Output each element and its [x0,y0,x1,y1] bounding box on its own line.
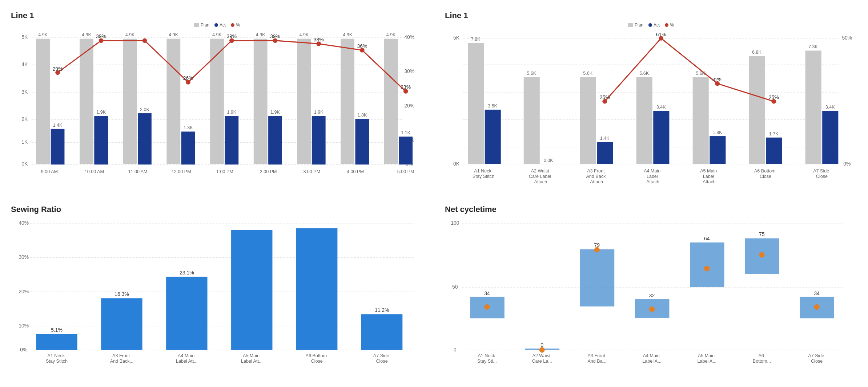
svg-text:20%: 20% [19,289,29,294]
plan-bar-r2 [580,77,596,164]
svg-text:100: 100 [451,220,459,226]
svg-text:A3 Front
        And Back...: A3 Front And Back... [110,353,133,364]
legend-act-label: Act [220,23,226,28]
svg-text:1K: 1K [21,139,28,145]
act-bar-0 [51,129,65,164]
svg-text:0: 0 [541,342,543,348]
sewing-bar-3 [231,230,272,350]
svg-text:A6 Bottom
        Close: A6 Bottom Close [306,353,328,364]
cycletime-dot-5 [759,252,764,258]
bottom-left-chart: Sewing Ratio 40% 30% 20% 10% 0% 5.1% [7,201,427,386]
plan-bar-2 [123,39,137,164]
act-bar-4 [225,116,238,165]
top-left-svg: 5K 4K 3K 2K 1K 0K 40% 30% 20% 10% 0% [11,30,423,177]
legend-pct-label-r: % [670,23,674,28]
top-right-title: Line 1 [445,11,857,20]
cycletime-dot-4 [704,266,710,271]
pct-color-r [665,23,668,27]
svg-text:A3 Front
        And Back
    : A3 Front And Back Attach [586,168,607,184]
svg-text:1.1K: 1.1K [401,130,410,135]
top-right-chart: Line 1 Plan Act % 5K 0K 50% 0% [441,7,861,190]
svg-text:7.8K: 7.8K [471,37,480,42]
svg-text:1.8K: 1.8K [357,113,367,118]
plan-bar-5 [254,39,268,164]
net-cycletime-svg: 100 50 0 34 0 79 [445,216,857,381]
plan-bar-7 [341,39,354,164]
svg-text:5.6K: 5.6K [583,71,592,76]
svg-text:1.7K: 1.7K [769,131,779,137]
legend-act-r: Act [648,23,660,28]
act-bar-3 [181,131,195,164]
sewing-bar-4 [296,228,337,350]
svg-text:6.8K: 6.8K [752,50,761,55]
act-bar-1 [94,116,108,165]
pct-color [231,23,234,27]
plan-bar-r3 [636,77,652,164]
svg-text:16.3%: 16.3% [114,292,129,297]
plan-color [194,23,199,27]
act-bar-r6 [822,111,838,164]
cycletime-box-4 [690,243,724,287]
svg-text:0K: 0K [453,161,460,167]
svg-text:4K: 4K [21,61,28,67]
svg-text:0.0K: 0.0K [544,158,553,163]
bottom-left-title: Sewing Ratio [11,205,423,214]
svg-text:5K: 5K [453,35,460,41]
plan-bar-4 [210,39,224,164]
plan-bar-6 [297,39,311,164]
top-left-title: Line 1 [11,11,423,20]
svg-text:23%: 23% [401,84,411,90]
act-color [214,23,218,27]
top-left-legend: Plan Act % [11,23,423,28]
svg-text:25%: 25% [600,94,610,100]
svg-text:50%: 50% [842,35,852,41]
cycletime-dot-6 [814,304,820,310]
svg-text:0%: 0% [843,161,851,167]
legend-act-label-r: Act [654,23,660,28]
sewing-bar-2 [166,277,207,350]
svg-text:40%: 40% [19,220,29,226]
bottom-right-title: Net cycletime [445,205,857,214]
svg-text:A5 Main
        Label A...: A5 Main Label A... [697,353,716,364]
svg-text:5K: 5K [21,34,28,40]
svg-text:A7 Side
        Close: A7 Side Close [808,353,825,364]
plan-bar-r0 [468,43,484,164]
svg-text:3.4K: 3.4K [656,105,666,110]
act-bar-r3 [653,111,669,164]
svg-text:38%: 38% [314,37,324,42]
svg-text:0K: 0K [21,161,28,167]
svg-text:1.9K: 1.9K [270,110,280,115]
svg-text:29%: 29% [53,66,63,72]
svg-text:4.9K: 4.9K [169,32,178,37]
svg-text:39%: 39% [96,33,106,39]
act-bar-6 [312,116,326,165]
svg-text:3:00 PM: 3:00 PM [303,169,320,174]
cycletime-dot-0 [484,304,490,310]
svg-text:2:00 PM: 2:00 PM [260,169,277,174]
dashboard: Line 1 Plan Act % 5K 4K 3K 2K 1K 0K [7,7,861,386]
act-color-r [648,23,652,27]
svg-text:1.9K: 1.9K [96,110,106,115]
act-bar-2 [138,113,152,164]
svg-text:A3 Front
        And Ba...: A3 Front And Ba... [587,353,606,364]
svg-text:4.9K: 4.9K [38,32,48,37]
sewing-ratio-svg: 40% 30% 20% 10% 0% 5.1% 16.3% [11,216,423,381]
sewing-bar-5 [361,314,402,350]
svg-text:64: 64 [704,236,710,241]
svg-text:3K: 3K [21,89,28,95]
svg-text:4:00 PM: 4:00 PM [347,169,364,174]
svg-text:0%: 0% [20,347,27,353]
svg-text:39%: 39% [270,33,280,39]
svg-text:A6
        Bottom...: A6 Bottom... [753,353,771,364]
plan-bar-r5 [749,56,765,164]
act-bar-7 [355,119,369,164]
sewing-bar-1 [101,298,142,350]
plan-bar-0 [36,39,50,164]
svg-text:39%: 39% [226,33,237,39]
cycletime-dot-2 [594,247,600,253]
svg-text:7.3K: 7.3K [808,44,818,49]
pct-dot-2 [142,38,147,43]
svg-text:34: 34 [484,290,490,296]
plan-bar-r4 [693,77,709,164]
act-bar-8 [399,137,413,164]
